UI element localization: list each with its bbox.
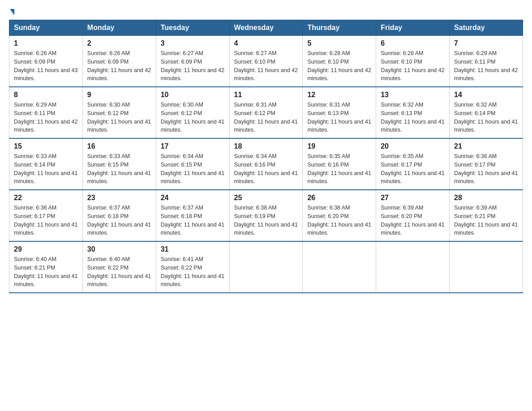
calendar-cell: 17Sunrise: 6:34 AMSunset: 6:15 PMDayligh… — [156, 138, 229, 190]
calendar-cell — [450, 241, 523, 293]
day-info: Sunrise: 6:34 AMSunset: 6:15 PMDaylight:… — [161, 152, 225, 186]
day-number: 9 — [87, 91, 151, 99]
day-info: Sunrise: 6:29 AMSunset: 6:11 PMDaylight:… — [14, 101, 78, 134]
day-number: 30 — [87, 245, 151, 253]
day-info: Sunrise: 6:31 AMSunset: 6:13 PMDaylight:… — [307, 101, 371, 134]
weekday-header-sunday: Sunday — [9, 20, 83, 36]
day-info: Sunrise: 6:40 AMSunset: 6:21 PMDaylight:… — [14, 255, 78, 289]
calendar-cell: 8Sunrise: 6:29 AMSunset: 6:11 PMDaylight… — [9, 87, 83, 138]
weekday-header-wednesday: Wednesday — [229, 20, 303, 36]
day-number: 3 — [161, 39, 225, 47]
weekday-header-row: SundayMondayTuesdayWednesdayThursdayFrid… — [9, 20, 523, 36]
calendar-cell — [303, 241, 376, 293]
day-info: Sunrise: 6:38 AMSunset: 6:20 PMDaylight:… — [307, 204, 371, 237]
day-info: Sunrise: 6:37 AMSunset: 6:18 PMDaylight:… — [87, 204, 151, 237]
weekday-header-thursday: Thursday — [303, 20, 376, 36]
day-number: 14 — [454, 91, 518, 99]
day-number: 8 — [14, 91, 78, 99]
calendar-cell: 19Sunrise: 6:35 AMSunset: 6:16 PMDayligh… — [303, 138, 376, 190]
calendar-cell: 3Sunrise: 6:27 AMSunset: 6:09 PMDaylight… — [156, 36, 229, 87]
calendar-cell: 26Sunrise: 6:38 AMSunset: 6:20 PMDayligh… — [303, 190, 376, 241]
calendar-week-row: 1Sunrise: 6:26 AMSunset: 6:09 PMDaylight… — [9, 36, 523, 87]
day-number: 10 — [161, 91, 225, 99]
day-number: 26 — [307, 194, 371, 202]
day-info: Sunrise: 6:27 AMSunset: 6:10 PMDaylight:… — [234, 49, 298, 83]
day-number: 1 — [14, 39, 78, 47]
day-info: Sunrise: 6:39 AMSunset: 6:21 PMDaylight:… — [454, 204, 518, 237]
day-number: 19 — [307, 142, 371, 150]
day-number: 2 — [87, 39, 151, 47]
day-info: Sunrise: 6:33 AMSunset: 6:15 PMDaylight:… — [87, 152, 151, 186]
day-number: 21 — [454, 142, 518, 150]
day-number: 28 — [454, 194, 518, 202]
day-number: 31 — [161, 245, 225, 253]
calendar-week-row: 22Sunrise: 6:36 AMSunset: 6:17 PMDayligh… — [9, 190, 523, 241]
day-info: Sunrise: 6:26 AMSunset: 6:09 PMDaylight:… — [14, 49, 78, 83]
calendar-week-row: 8Sunrise: 6:29 AMSunset: 6:11 PMDaylight… — [9, 87, 523, 138]
day-info: Sunrise: 6:27 AMSunset: 6:09 PMDaylight:… — [161, 49, 225, 83]
calendar-cell: 16Sunrise: 6:33 AMSunset: 6:15 PMDayligh… — [82, 138, 156, 190]
day-info: Sunrise: 6:38 AMSunset: 6:19 PMDaylight:… — [234, 204, 298, 237]
calendar-body: 1Sunrise: 6:26 AMSunset: 6:09 PMDaylight… — [9, 36, 523, 293]
calendar-cell: 9Sunrise: 6:30 AMSunset: 6:12 PMDaylight… — [82, 87, 156, 138]
page-header — [9, 9, 523, 15]
weekday-header-tuesday: Tuesday — [156, 20, 229, 36]
calendar-cell — [376, 241, 450, 293]
day-number: 25 — [234, 194, 298, 202]
day-number: 13 — [381, 91, 445, 99]
calendar-cell: 1Sunrise: 6:26 AMSunset: 6:09 PMDaylight… — [9, 36, 83, 87]
calendar-cell — [229, 241, 303, 293]
day-info: Sunrise: 6:34 AMSunset: 6:16 PMDaylight:… — [234, 152, 298, 186]
day-info: Sunrise: 6:26 AMSunset: 6:09 PMDaylight:… — [87, 49, 151, 83]
calendar-week-row: 15Sunrise: 6:33 AMSunset: 6:14 PMDayligh… — [9, 138, 523, 190]
calendar-cell: 31Sunrise: 6:41 AMSunset: 6:22 PMDayligh… — [156, 241, 229, 293]
day-number: 4 — [234, 39, 298, 47]
day-info: Sunrise: 6:36 AMSunset: 6:17 PMDaylight:… — [454, 152, 518, 186]
day-number: 24 — [161, 194, 225, 202]
calendar-cell: 20Sunrise: 6:35 AMSunset: 6:17 PMDayligh… — [376, 138, 450, 190]
calendar-cell: 4Sunrise: 6:27 AMSunset: 6:10 PMDaylight… — [229, 36, 303, 87]
day-number: 5 — [307, 39, 371, 47]
day-info: Sunrise: 6:29 AMSunset: 6:11 PMDaylight:… — [454, 49, 518, 83]
weekday-header-friday: Friday — [376, 20, 450, 36]
day-info: Sunrise: 6:35 AMSunset: 6:17 PMDaylight:… — [381, 152, 445, 186]
day-number: 6 — [381, 39, 445, 47]
logo-arrow-icon — [10, 9, 14, 15]
day-info: Sunrise: 6:32 AMSunset: 6:13 PMDaylight:… — [381, 101, 445, 134]
calendar-cell: 11Sunrise: 6:31 AMSunset: 6:12 PMDayligh… — [229, 87, 303, 138]
day-info: Sunrise: 6:31 AMSunset: 6:12 PMDaylight:… — [234, 101, 298, 134]
calendar-cell: 25Sunrise: 6:38 AMSunset: 6:19 PMDayligh… — [229, 190, 303, 241]
day-info: Sunrise: 6:35 AMSunset: 6:16 PMDaylight:… — [307, 152, 371, 186]
day-number: 27 — [381, 194, 445, 202]
day-info: Sunrise: 6:30 AMSunset: 6:12 PMDaylight:… — [161, 101, 225, 134]
day-info: Sunrise: 6:40 AMSunset: 6:22 PMDaylight:… — [87, 255, 151, 289]
calendar-cell: 18Sunrise: 6:34 AMSunset: 6:16 PMDayligh… — [229, 138, 303, 190]
logo — [9, 9, 14, 15]
calendar-cell: 27Sunrise: 6:39 AMSunset: 6:20 PMDayligh… — [376, 190, 450, 241]
calendar-table: SundayMondayTuesdayWednesdayThursdayFrid… — [9, 20, 523, 293]
calendar-cell: 21Sunrise: 6:36 AMSunset: 6:17 PMDayligh… — [450, 138, 523, 190]
calendar-week-row: 29Sunrise: 6:40 AMSunset: 6:21 PMDayligh… — [9, 241, 523, 293]
calendar-cell: 24Sunrise: 6:37 AMSunset: 6:18 PMDayligh… — [156, 190, 229, 241]
day-number: 17 — [161, 142, 225, 150]
calendar-cell: 22Sunrise: 6:36 AMSunset: 6:17 PMDayligh… — [9, 190, 83, 241]
calendar-cell: 12Sunrise: 6:31 AMSunset: 6:13 PMDayligh… — [303, 87, 376, 138]
day-number: 18 — [234, 142, 298, 150]
calendar-cell: 29Sunrise: 6:40 AMSunset: 6:21 PMDayligh… — [9, 241, 83, 293]
day-info: Sunrise: 6:28 AMSunset: 6:10 PMDaylight:… — [307, 49, 371, 83]
calendar-cell: 2Sunrise: 6:26 AMSunset: 6:09 PMDaylight… — [82, 36, 156, 87]
day-info: Sunrise: 6:37 AMSunset: 6:18 PMDaylight:… — [161, 204, 225, 237]
day-number: 29 — [14, 245, 78, 253]
day-number: 23 — [87, 194, 151, 202]
calendar-cell: 15Sunrise: 6:33 AMSunset: 6:14 PMDayligh… — [9, 138, 83, 190]
calendar-cell: 10Sunrise: 6:30 AMSunset: 6:12 PMDayligh… — [156, 87, 229, 138]
day-number: 16 — [87, 142, 151, 150]
day-info: Sunrise: 6:32 AMSunset: 6:14 PMDaylight:… — [454, 101, 518, 134]
calendar-cell: 5Sunrise: 6:28 AMSunset: 6:10 PMDaylight… — [303, 36, 376, 87]
weekday-header-monday: Monday — [82, 20, 156, 36]
day-info: Sunrise: 6:36 AMSunset: 6:17 PMDaylight:… — [14, 204, 78, 237]
calendar-cell: 13Sunrise: 6:32 AMSunset: 6:13 PMDayligh… — [376, 87, 450, 138]
day-info: Sunrise: 6:41 AMSunset: 6:22 PMDaylight:… — [161, 255, 225, 289]
day-number: 12 — [307, 91, 371, 99]
day-number: 15 — [14, 142, 78, 150]
